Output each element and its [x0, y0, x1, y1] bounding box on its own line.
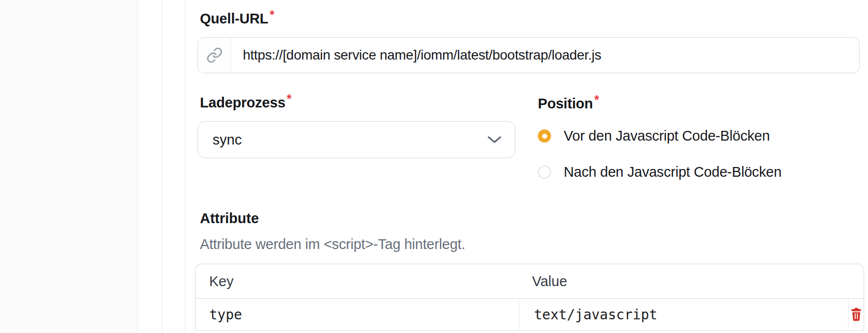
- required-marker: *: [594, 93, 599, 106]
- link-icon: [198, 38, 231, 73]
- radio-selected-icon: [538, 129, 551, 143]
- attributes-heading: Attribute: [200, 210, 259, 227]
- load-process-selected-value: sync: [198, 132, 242, 148]
- radio-option-label: Nach den Javascript Code-Blöcken: [564, 164, 782, 180]
- source-url-field: [197, 37, 860, 73]
- attributes-table: Key Value type text/javascript: [195, 264, 864, 331]
- column-header-key: Key: [196, 273, 234, 290]
- attribute-value-cell[interactable]: text/javascript: [519, 299, 848, 330]
- radio-option-before-js-blocks[interactable]: Vor den Javascript Code-Blöcken: [538, 128, 770, 144]
- column-header-value: Value: [532, 273, 567, 290]
- position-label: Position*: [538, 96, 599, 112]
- row-action-cell: [848, 299, 864, 330]
- required-marker: *: [287, 92, 292, 105]
- trash-icon: [850, 308, 862, 321]
- source-url-input[interactable]: [231, 38, 859, 73]
- table-header-row: Key Value: [196, 264, 864, 299]
- load-process-label: Ladeprozess*: [200, 95, 292, 111]
- sidebar: [0, 0, 138, 333]
- panel-divider: [162, 0, 162, 333]
- chevron-down-icon: [487, 136, 502, 144]
- attributes-description: Attribute werden im <script>-Tag hinterl…: [200, 236, 465, 252]
- content-divider: [185, 0, 185, 333]
- load-process-select[interactable]: sync: [197, 121, 515, 158]
- radio-option-label: Vor den Javascript Code-Blöcken: [564, 128, 770, 144]
- form-page: Quell-URL* Ladeprozess* sync Position* V…: [0, 0, 868, 333]
- radio-option-after-js-blocks[interactable]: Nach den Javascript Code-Blöcken: [538, 164, 782, 180]
- radio-unselected-icon: [538, 166, 551, 179]
- required-marker: *: [270, 8, 275, 21]
- delete-row-button[interactable]: [850, 308, 862, 321]
- attribute-key-cell[interactable]: type: [196, 299, 519, 330]
- table-row: type text/javascript: [196, 299, 864, 331]
- source-url-label: Quell-URL*: [200, 11, 275, 27]
